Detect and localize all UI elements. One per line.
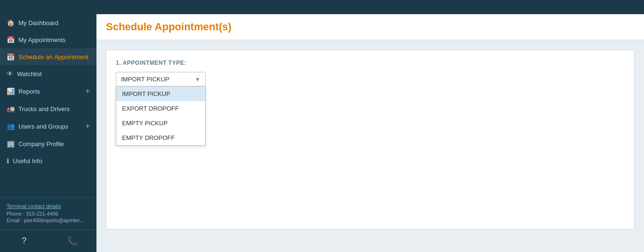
- sidebar-item-company-profile[interactable]: 🏢 Company Profile: [0, 135, 96, 152]
- dropdown-option-empty-pickup[interactable]: EMPTY PICKUP: [116, 116, 205, 130]
- sidebar-item-label: Trucks and Drivers: [18, 105, 70, 113]
- sidebar-item-useful-info[interactable]: ℹ Useful Info: [0, 152, 96, 169]
- schedule-icon: 📆: [7, 53, 15, 61]
- page-title: Schedule Appointment(s): [106, 21, 635, 33]
- terminal-contact-link[interactable]: Terminal contact details: [7, 203, 90, 209]
- dashboard-icon: 🏠: [7, 19, 15, 26]
- dropdown-option-export-dropoff[interactable]: EXPORT DROPOFF: [116, 101, 205, 116]
- dropdown-option-import-pickup[interactable]: IMPORT PICKUP: [116, 87, 205, 101]
- email-info: Email : pier400imports@apmter...: [7, 217, 90, 223]
- dropdown-list: IMPORT PICKUP EXPORT DROPOFF EMPTY PICKU…: [116, 87, 206, 146]
- trucks-icon: 🚛: [7, 105, 15, 113]
- dropdown-selected-value[interactable]: IMPORT PICKUP ▼: [116, 72, 206, 87]
- appointment-type-dropdown[interactable]: IMPORT PICKUP ▼ IMPORT PICKUP EXPORT DRO…: [116, 72, 206, 87]
- sidebar-item-label: Reports: [18, 88, 40, 95]
- sidebar-item-schedule-appointment[interactable]: 📆 Schedule an Appointment: [0, 48, 96, 65]
- users-plus-icon[interactable]: +: [86, 122, 90, 130]
- sidebar-item-my-dashboard[interactable]: 🏠 My Dashboard: [0, 14, 96, 31]
- main-content: Schedule Appointment(s) 1. Appointment T…: [96, 14, 644, 252]
- sidebar-bottom-bar: ? 📞: [0, 230, 96, 252]
- sidebar-item-watchlist[interactable]: 👁 Watchlist: [0, 65, 96, 82]
- sidebar-item-label: Watchlist: [17, 70, 42, 78]
- reports-plus-icon[interactable]: +: [86, 87, 90, 96]
- sidebar-footer: Terminal contact details Phone : 310-221…: [0, 197, 96, 230]
- appointments-icon: 📅: [7, 36, 15, 43]
- phone-info: Phone : 310-221-4496: [7, 211, 90, 217]
- sidebar-item-label: Schedule an Appointment: [18, 53, 88, 61]
- sidebar-item-users-and-groups[interactable]: 👥 Users and Groups +: [0, 117, 96, 135]
- sidebar-item-reports[interactable]: 📊 Reports +: [0, 82, 96, 100]
- watchlist-icon: 👁: [7, 70, 13, 78]
- dropdown-selected-text: IMPORT PICKUP: [121, 76, 169, 83]
- sidebar-item-label: My Dashboard: [18, 19, 59, 26]
- appointment-type-label: 1. Appointment Type:: [116, 60, 625, 66]
- sidebar-item-label: Users and Groups: [18, 123, 69, 130]
- content-header: Schedule Appointment(s): [96, 14, 644, 40]
- chevron-down-icon: ▼: [195, 76, 200, 83]
- sidebar-item-label: Company Profile: [18, 140, 64, 148]
- sidebar-item-trucks-and-drivers[interactable]: 🚛 Trucks and Drivers: [0, 100, 96, 117]
- sidebar-item-label: Useful Info: [13, 157, 42, 165]
- help-button[interactable]: ?: [0, 230, 48, 252]
- sidebar: 🏠 My Dashboard 📅 My Appointments 📆 Sched…: [0, 14, 96, 252]
- reports-icon: 📊: [7, 87, 15, 95]
- users-icon: 👥: [7, 122, 15, 130]
- sidebar-item-my-appointments[interactable]: 📅 My Appointments: [0, 31, 96, 48]
- phone-button[interactable]: 📞: [48, 230, 96, 252]
- appointment-form-card: 1. Appointment Type: IMPORT PICKUP ▼ IMP…: [106, 50, 635, 229]
- sidebar-item-label: My Appointments: [18, 36, 66, 43]
- company-icon: 🏢: [7, 140, 15, 148]
- content-body: 1. Appointment Type: IMPORT PICKUP ▼ IMP…: [96, 40, 644, 252]
- dropdown-option-empty-dropoff[interactable]: EMPTY DROPOFF: [116, 130, 205, 145]
- info-icon: ℹ: [7, 157, 9, 165]
